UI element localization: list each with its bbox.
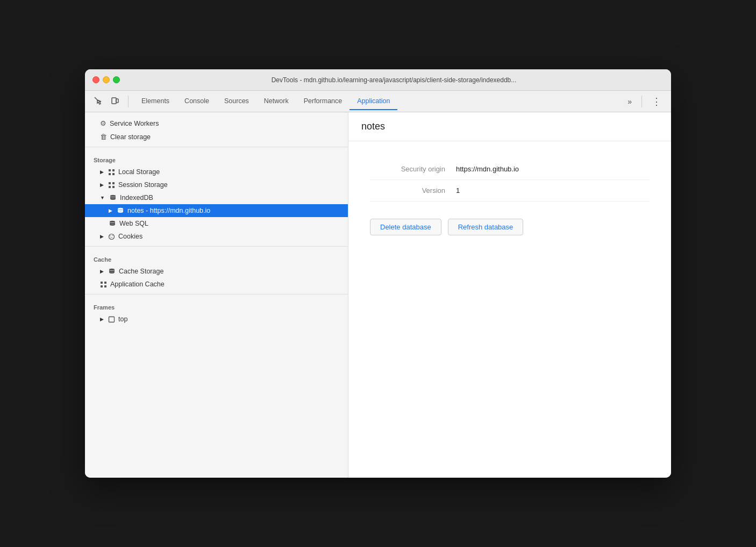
refresh-database-button[interactable]: Refresh database [448,219,524,235]
svg-rect-7 [112,182,115,184]
toolbar-tabs: Elements Console Sources Network Perform… [134,93,621,110]
sidebar-item-application-cache[interactable]: Application Cache [85,278,348,291]
svg-rect-23 [109,316,115,322]
content-body: Security origin https://mdn.github.io Ve… [348,141,671,478]
svg-rect-5 [112,173,115,175]
tab-elements[interactable]: Elements [134,93,177,110]
content-title: notes [361,121,658,132]
chevron-right-icon: ▶ [100,234,104,239]
toolbar-separator-2 [641,96,642,107]
delete-database-button[interactable]: Delete database [370,219,441,235]
sidebar-item-web-sql[interactable]: Web SQL [85,217,348,230]
sidebar-item-label: Application Cache [110,280,165,288]
divider-1 [85,147,348,147]
svg-rect-6 [109,182,111,184]
grid-icon [100,281,107,288]
sidebar-item-label: notes - https://mdn.github.io [127,207,210,214]
svg-point-18 [109,269,115,271]
device-toggle-button[interactable] [108,94,123,109]
chevron-right-icon: ▶ [109,208,112,213]
devtools-window: DevTools - mdn.github.io/learning-area/j… [85,69,671,478]
storage-section-label: Storage [85,150,348,165]
sidebar-item-service-workers[interactable]: ⚙ Service Workers [85,117,348,130]
device-icon [111,96,119,106]
svg-rect-19 [101,282,103,284]
svg-point-12 [110,221,115,223]
sidebar-item-local-storage[interactable]: ▶ Local Storage [85,165,348,178]
sidebar-item-label: Cache Storage [119,268,163,275]
window-title: DevTools - mdn.github.io/learning-area/j… [124,76,664,84]
toolbar-separator [128,96,129,107]
tab-console[interactable]: Console [177,93,217,110]
traffic-lights [92,76,120,83]
grid-icon [108,182,115,189]
svg-rect-22 [104,285,106,287]
sidebar-item-session-storage[interactable]: ▶ Session Storage [85,178,348,191]
svg-rect-1 [116,99,118,103]
sidebar-item-label: Service Workers [110,120,159,127]
chevron-down-icon: ▼ [100,195,105,200]
security-origin-row: Security origin https://mdn.github.io [370,159,650,180]
tab-application[interactable]: Application [350,93,397,110]
db-icon [117,207,124,214]
svg-point-13 [109,234,115,239]
inspector-icon-button[interactable] [90,94,105,109]
grid-icon [108,169,115,176]
close-button[interactable] [92,76,99,83]
version-row: Version 1 [370,180,650,201]
sidebar-item-label: Cookies [118,233,142,240]
tab-sources[interactable]: Sources [217,93,256,110]
chevron-right-icon: ▶ [100,182,104,188]
svg-point-15 [112,235,113,236]
more-tabs-button[interactable]: » [623,95,636,108]
divider-3 [85,294,348,294]
tab-performance[interactable]: Performance [296,93,350,110]
main-area: ⚙ Service Workers 🗑 Clear storage Storag… [85,112,671,478]
action-buttons: Delete database Refresh database [370,219,650,235]
sidebar-item-label: top [118,315,127,323]
sidebar-item-clear-storage[interactable]: 🗑 Clear storage [85,130,348,143]
svg-point-11 [118,208,123,210]
maximize-button[interactable] [113,76,120,83]
svg-rect-3 [112,169,115,171]
toolbar: Elements Console Sources Network Perform… [85,91,671,112]
sidebar-item-label: Clear storage [110,133,151,141]
trash-icon: 🗑 [100,133,107,141]
svg-rect-9 [112,186,115,188]
frames-section-label: Frames [85,298,348,313]
sidebar-item-top-frame[interactable]: ▶ top [85,313,348,326]
db-icon [109,194,117,201]
gear-icon: ⚙ [100,119,106,127]
sidebar-item-label: IndexedDB [120,194,153,201]
divider-2 [85,246,348,247]
cookie-icon [108,233,115,240]
chevron-right-icon: ▶ [100,269,104,274]
tab-network[interactable]: Network [256,93,296,110]
cache-section-label: Cache [85,250,348,265]
sidebar-item-label: Local Storage [118,168,160,176]
sidebar-item-cache-storage[interactable]: ▶ Cache Storage [85,265,348,278]
svg-rect-2 [109,169,111,171]
security-origin-label: Security origin [370,165,456,173]
svg-point-10 [110,195,116,197]
minimize-button[interactable] [103,76,110,83]
sidebar-item-label: Web SQL [119,220,148,227]
chevron-right-icon: ▶ [100,316,104,322]
svg-rect-20 [104,282,106,284]
sidebar-item-label: Session Storage [118,181,168,189]
db-icon [108,268,116,275]
svg-rect-8 [109,186,111,188]
sidebar-item-cookies[interactable]: ▶ Cookies [85,230,348,243]
inspector-icon [94,96,102,106]
version-label: Version [370,186,456,195]
content-header: notes [348,112,671,141]
sidebar-item-notes-db[interactable]: ▶ notes - https://mdn.github.io [85,204,348,217]
frame-icon [108,316,115,323]
sidebar: ⚙ Service Workers 🗑 Clear storage Storag… [85,112,348,478]
info-table: Security origin https://mdn.github.io Ve… [370,159,650,201]
menu-button[interactable]: ⋮ [647,93,666,110]
content-panel: notes Security origin https://mdn.github… [348,112,671,478]
chevron-right-icon: ▶ [100,169,104,175]
version-value: 1 [456,186,460,195]
sidebar-item-indexeddb[interactable]: ▼ IndexedDB [85,191,348,204]
